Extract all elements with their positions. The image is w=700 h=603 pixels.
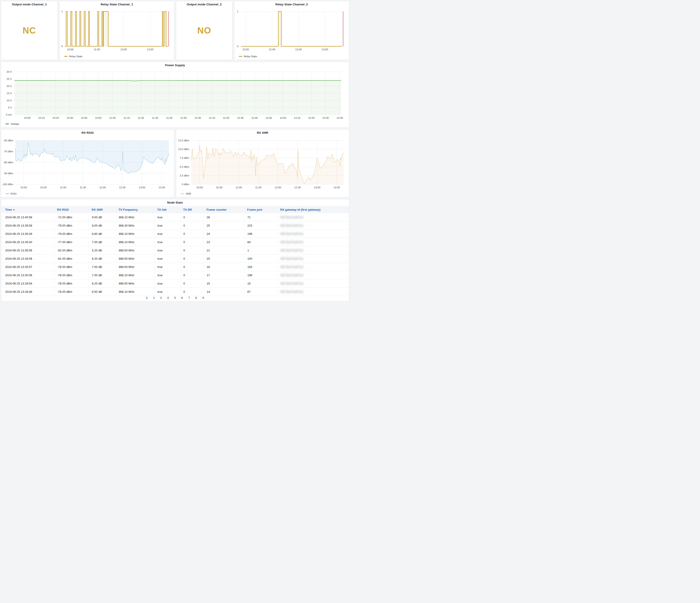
table-cell: true [154,238,180,246]
sort-desc-icon [13,209,15,210]
column-header-rx-rssi[interactable]: RX RSSI [54,208,89,211]
panel-title[interactable]: Node Stats [1,201,349,204]
redacted-gateway-id: f8F35eFfa5F3d [280,274,303,277]
page-button-3[interactable]: 3 [160,296,162,300]
legend-swatch [64,56,68,57]
column-header-frame-counter[interactable]: Frame counter [203,208,244,211]
table-cell: 2024-06-25 13:34:06 [1,254,54,262]
table-row[interactable]: 2024-06-25 13:30:06-76.00 dBm7.00 dB868.… [1,271,349,279]
table-cell: 6.20 dB [89,254,116,262]
table-cell: 7.00 dB [89,271,116,279]
table-row[interactable]: 2024-06-25 13:30:57-78.00 dBm7.00 dB868.… [1,263,349,271]
column-header-frame-port[interactable]: Frame port [244,208,277,211]
column-header-tx-adr[interactable]: TX Adr [154,208,180,211]
page-button-6[interactable]: 6 [181,296,183,300]
table-row[interactable]: 2024-06-25 13:28:54-78.00 dBm6.20 dB868.… [1,279,349,287]
svg-text:10:20: 10:20 [53,117,59,119]
relay-state-channel-1-chart[interactable]: 10:0011:0012:0013:0010 [60,1,174,60]
column-header-rx-gateway-id-first-gateway-[interactable]: RX gateway id (first gateway) [277,208,349,211]
page-button-4[interactable]: 4 [167,296,169,300]
rssi-svg: 10:0010:3011:0011:3012:0012:3013:0013:30… [1,129,174,197]
rx-rssi-chart[interactable]: 10:0010:3011:0011:3012:0012:3013:0013:30… [1,129,174,197]
column-header-tx-dr[interactable]: TX DR [180,208,203,211]
table-cell: 24 [203,230,244,238]
legend-label: RSSI [10,192,17,195]
legend-voltage[interactable]: Voltage [6,123,19,125]
panel-output-mode-channel-2: Output mode Channel_2 NO [176,1,232,60]
column-header-rx-snr[interactable]: RX SNR [89,208,116,211]
svg-text:13:00: 13:00 [314,186,321,189]
table-row[interactable]: 2024-06-25 13:40:58-72.00 dBm9.00 dB868.… [1,213,349,221]
legend-relay-state[interactable]: Relay State [239,55,257,58]
svg-text:11:00: 11:00 [94,48,100,51]
page-button-1[interactable]: 1 [146,296,148,300]
panel-title[interactable]: Relay State Channel_1 [60,3,174,6]
svg-text:0: 0 [61,45,63,48]
svg-text:-80 dBm: -80 dBm [4,161,13,164]
svg-text:13:40: 13:40 [336,117,343,119]
page-button-2[interactable]: 2 [153,296,155,300]
svg-text:12:10: 12:10 [209,117,215,119]
svg-text:11:10: 11:10 [124,117,130,119]
page-button-8[interactable]: 8 [195,296,197,300]
table-cell-gateway-id: f8F35eFfa5F3d [277,254,349,262]
page-button-7[interactable]: 7 [188,296,190,300]
svg-text:12:20: 12:20 [223,117,229,119]
table-cell: 0 [180,279,203,287]
table-cell: -78.00 dBm [54,279,89,287]
table-cell: 868.10 MHz [116,287,154,296]
table-cell: 2024-06-25 13:35:58 [1,221,54,229]
table-cell: 868.50 MHz [116,246,154,254]
relay-state-channel-2-chart[interactable]: 10:0011:0012:0013:0010 [234,1,349,60]
table-cell: -78.00 dBm [54,287,89,296]
pagination: 123456789 [1,296,349,300]
table-row[interactable]: 2024-06-25 13:28:48-78.00 dBm6.50 dB868.… [1,287,349,296]
panel-title[interactable]: RX SNR [176,131,349,134]
panel-title[interactable]: Relay State Channel_2 [234,3,349,6]
table-cell: true [154,263,180,271]
output-mode-channel-1-value: NC [1,1,57,60]
redacted-gateway-id: f8F35eFfa5F3d [280,232,303,235]
table-cell: 223 [244,221,277,229]
panel-title[interactable]: Power Supply [1,64,349,67]
table-cell: 100 [244,254,277,262]
table-cell: 0 [180,263,203,271]
column-header-tx-frequency[interactable]: TX Frequency [116,208,154,211]
svg-text:12:40: 12:40 [251,117,258,119]
legend-snr[interactable]: SNR [181,192,191,195]
table-header-row: TimeRX RSSIRX SNRTX FrequencyTX AdrTX DR… [1,206,349,213]
svg-text:-90 dBm: -90 dBm [4,172,13,175]
column-header-time[interactable]: Time [1,208,54,211]
svg-text:2.5 dBm: 2.5 dBm [180,174,189,177]
panel-rx-snr: RX SNR 10:0010:3011:0011:3012:0012:3013:… [176,129,349,197]
table-cell-gateway-id: f8F35eFfa5F3d [277,238,349,246]
panel-title[interactable]: RX RSSI [1,131,174,134]
legend-swatch [6,123,9,124]
power-svg: 10:0010:1010:2010:3010:4010:5011:0011:10… [1,62,349,127]
panel-title[interactable]: Output mode Channel_1 [1,3,57,6]
page-button-5[interactable]: 5 [174,296,176,300]
redacted-gateway-id: f8F35eFfa5F3d [280,241,303,244]
svg-text:5 V: 5 V [8,106,12,109]
snr-svg: 10:0010:3011:0011:3012:0012:3013:0013:30… [176,129,349,197]
table-row[interactable]: 2024-06-25 13:35:40-77.00 dBm7.50 dB868.… [1,238,349,246]
table-cell: true [154,271,180,279]
table-row[interactable]: 2024-06-25 13:35:06-82.00 dBm5.20 dB868.… [1,246,349,254]
svg-text:12:00: 12:00 [99,186,106,189]
svg-text:10 V: 10 V [6,99,12,102]
legend-relay-state[interactable]: Relay State [64,55,82,58]
svg-text:7.5 dBm: 7.5 dBm [180,156,189,159]
page-button-9[interactable]: 9 [202,296,204,300]
rx-snr-chart[interactable]: 10:0010:3011:0011:3012:0012:3013:0013:30… [176,129,349,197]
table-cell: 6.20 dB [89,279,116,287]
table-row[interactable]: 2024-06-25 13:34:06-81.00 dBm6.20 dB868.… [1,254,349,263]
legend-rssi[interactable]: RSSI [6,192,17,195]
svg-text:12.5 dBm: 12.5 dBm [178,139,189,142]
table-cell: 15 [203,279,244,287]
table-row[interactable]: 2024-06-25 13:35:49-79.00 dBm6.80 dB868.… [1,230,349,238]
redacted-gateway-id: f8F35eFfa5F3d [280,282,303,285]
table-cell: 23 [203,238,244,246]
table-row[interactable]: 2024-06-25 13:35:58-79.00 dBm8.00 dB868.… [1,221,349,230]
power-supply-chart[interactable]: 10:0010:1010:2010:3010:4010:5011:0011:10… [1,62,349,127]
panel-title[interactable]: Output mode Channel_2 [176,3,232,6]
